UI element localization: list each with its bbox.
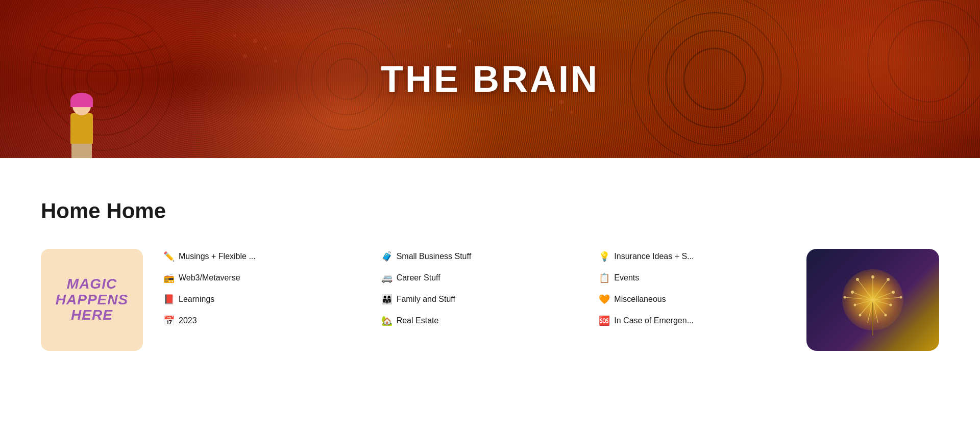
nav-item-2-0[interactable]: 💡Insurance Ideas + S... [599,249,786,264]
character-figure [61,97,102,158]
svg-point-12 [888,20,970,102]
nav-label: 2023 [179,316,197,325]
nav-emoji: ✏️ [163,251,175,262]
magic-text: MAGIC HAPPENS HERE [56,276,128,323]
nav-item-0-1[interactable]: 📻Web3/Metaverse [163,270,351,286]
nav-item-0-2[interactable]: 📕Learnings [163,292,351,307]
nav-emoji: 🧡 [599,294,610,305]
header-banner: THE BRAIN [0,0,980,158]
svg-point-44 [892,291,895,294]
svg-point-4 [31,8,174,150]
svg-point-42 [859,314,862,317]
svg-line-33 [873,300,891,305]
nav-emoji: 📻 [163,272,175,284]
svg-point-45 [890,304,892,306]
nav-label: In Case of Emergen... [614,316,694,325]
char-hair [70,93,93,107]
svg-point-5 [327,59,368,99]
svg-point-14 [253,39,257,43]
nav-label: Real Estate [397,316,439,325]
svg-point-41 [854,304,856,306]
svg-point-39 [856,278,859,281]
svg-point-0 [87,64,117,94]
svg-point-9 [666,31,763,127]
nav-item-1-2[interactable]: 👨‍👩‍👧Family and Stuff [381,292,569,307]
nav-label: Career Stuff [397,273,440,282]
magic-card: MAGIC HAPPENS HERE [41,249,143,351]
content-grid: MAGIC HAPPENS HERE ✏️Musings + Flexible … [41,249,939,351]
svg-point-18 [233,34,236,37]
nav-label: Web3/Metaverse [179,273,240,282]
svg-point-40 [851,291,854,294]
nav-item-2-3[interactable]: 🆘In Case of Emergen... [599,313,786,328]
nav-emoji: 🆘 [599,315,610,326]
svg-point-8 [684,48,745,110]
svg-point-47 [871,275,874,278]
nav-label: Events [614,273,639,282]
svg-point-16 [243,54,247,58]
nav-emoji: 🧳 [381,251,393,262]
char-legs [71,142,92,158]
dandelion-image [806,249,939,351]
svg-point-6 [311,43,383,115]
svg-point-22 [559,100,564,104]
nav-emoji: 💡 [599,251,610,262]
dandelion-art [806,249,939,351]
nav-emoji: 📕 [163,294,175,305]
svg-point-20 [468,39,471,42]
svg-point-21 [447,44,451,48]
nav-emoji: 👨‍👩‍👧 [381,294,393,305]
nav-label: Family and Stuff [397,295,455,304]
svg-point-13 [868,0,980,122]
nav-item-2-1[interactable]: 📋Events [599,270,786,286]
nav-label: Miscellaneous [614,295,666,304]
nav-label: Musings + Flexible ... [179,252,256,261]
nav-label: Small Business Stuff [397,252,471,261]
svg-point-49 [900,296,902,299]
svg-point-17 [274,60,277,63]
nav-item-0-0[interactable]: ✏️Musings + Flexible ... [163,249,351,264]
banner-title: THE BRAIN [381,58,599,100]
nav-label: Learnings [179,295,214,304]
nav-label: Insurance Ideas + S... [614,252,694,261]
nav-item-1-0[interactable]: 🧳Small Business Stuff [381,249,569,264]
nav-emoji: 📋 [599,272,610,284]
svg-point-46 [885,314,887,317]
page-title: Home Home [41,199,939,223]
nav-item-0-3[interactable]: 📅2023 [163,313,351,328]
nav-emoji: 🏡 [381,315,393,326]
nav-emoji: 📅 [163,315,175,326]
svg-point-24 [550,108,553,111]
svg-point-10 [648,13,781,145]
nav-emoji: 🚐 [381,272,393,284]
svg-point-43 [887,278,890,281]
svg-point-23 [570,111,573,114]
svg-line-28 [855,300,873,305]
nav-item-1-1[interactable]: 🚐Career Stuff [381,270,569,286]
svg-point-48 [844,296,846,299]
nav-item-1-3[interactable]: 🏡Real Estate [381,313,569,328]
main-content: Home Home MAGIC HAPPENS HERE ✏️Musings +… [0,158,980,381]
nav-item-2-2[interactable]: 🧡Miscellaneous [599,292,786,307]
svg-point-11 [630,0,799,158]
svg-point-15 [264,47,267,50]
svg-point-19 [457,29,461,33]
char-torso [70,113,93,144]
nav-grid: ✏️Musings + Flexible ...📻Web3/Metaverse📕… [163,249,786,328]
